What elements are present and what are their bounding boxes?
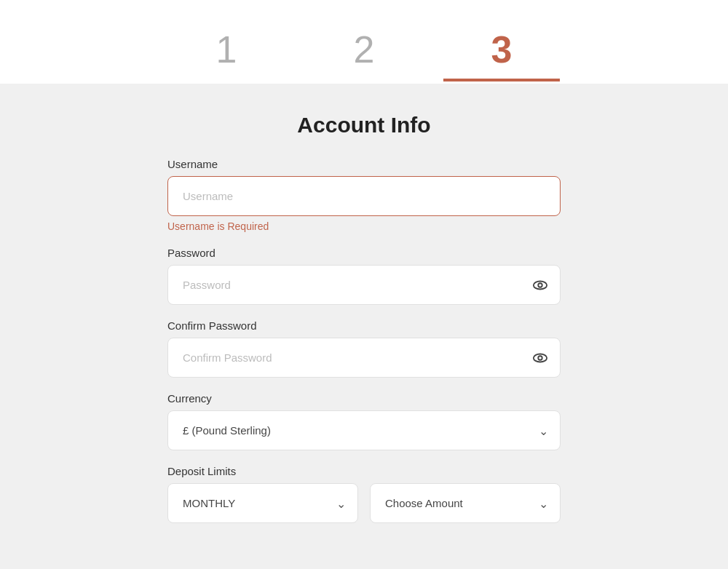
step-2-number: 2	[354, 31, 375, 68]
currency-select-wrapper: £ (Pound Sterling) $ (US Dollar) € (Euro…	[167, 410, 561, 450]
main-content: Account Info Username Username is Requir…	[0, 84, 728, 567]
confirm-password-toggle-icon[interactable]	[532, 350, 548, 366]
deposit-amount-group: Choose Amount 100 200 500 1000 ⌄	[370, 483, 561, 523]
deposit-row: MONTHLY WEEKLY DAILY ⌄ Choose Amount 100…	[167, 483, 561, 523]
svg-point-1	[538, 283, 542, 287]
deposit-period-group: MONTHLY WEEKLY DAILY ⌄	[167, 483, 358, 523]
deposit-period-select[interactable]: MONTHLY WEEKLY DAILY	[168, 484, 357, 522]
step-1: 1	[216, 31, 237, 68]
confirm-password-field-group: Confirm Password	[167, 319, 561, 378]
confirm-password-input[interactable]	[168, 338, 560, 377]
password-input-wrapper	[167, 265, 561, 305]
currency-select[interactable]: £ (Pound Sterling) $ (US Dollar) € (Euro…	[168, 411, 560, 450]
confirm-password-input-wrapper	[167, 338, 561, 378]
step-2: 2	[354, 31, 375, 68]
step-header: 1 2 3	[0, 0, 728, 84]
password-toggle-icon[interactable]	[532, 277, 548, 293]
step-3-underline	[443, 79, 560, 81]
username-error-message: Username is Required	[167, 220, 561, 232]
step-3-number: 3	[491, 31, 512, 68]
username-label: Username	[167, 158, 561, 170]
deposit-limits-field-group: Deposit Limits MONTHLY WEEKLY DAILY ⌄	[167, 465, 561, 523]
deposit-limits-label: Deposit Limits	[167, 465, 561, 477]
username-field-group: Username Username is Required	[167, 158, 561, 232]
password-input[interactable]	[168, 266, 560, 304]
password-label: Password	[167, 247, 561, 259]
deposit-amount-select[interactable]: Choose Amount 100 200 500 1000	[371, 484, 560, 522]
page-title: Account Info	[297, 113, 430, 138]
account-info-form: Username Username is Required Password	[167, 158, 561, 538]
currency-field-group: Currency £ (Pound Sterling) $ (US Dollar…	[167, 392, 561, 450]
confirm-password-label: Confirm Password	[167, 319, 561, 332]
svg-point-0	[534, 281, 547, 289]
svg-point-3	[538, 356, 542, 360]
password-field-group: Password	[167, 247, 561, 305]
step-1-number: 1	[216, 31, 237, 68]
currency-label: Currency	[167, 392, 561, 405]
username-input-wrapper	[167, 176, 561, 216]
deposit-period-select-wrapper: MONTHLY WEEKLY DAILY ⌄	[167, 483, 358, 523]
step-3: 3	[491, 31, 512, 68]
username-input[interactable]	[168, 177, 560, 215]
svg-point-2	[534, 354, 547, 362]
deposit-amount-select-wrapper: Choose Amount 100 200 500 1000 ⌄	[370, 483, 561, 523]
